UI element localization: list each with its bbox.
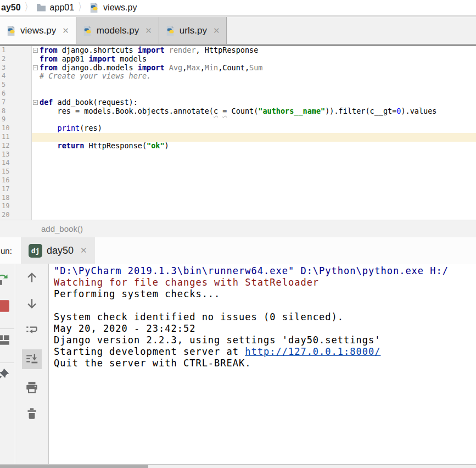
code-text[interactable]: from django.shortcuts import render, Htt… [40, 46, 476, 55]
fold-column [32, 64, 40, 73]
pin-icon[interactable] [0, 367, 10, 381]
python-file-icon [166, 26, 176, 36]
scrollbar-thumb[interactable] [0, 465, 148, 468]
tab-label: views.py [20, 25, 56, 36]
code-text[interactable] [40, 176, 476, 185]
fold-column [32, 151, 40, 159]
code-line[interactable]: 9 [0, 115, 476, 124]
code-text[interactable] [40, 185, 476, 194]
code-line[interactable]: 18 [0, 194, 476, 203]
code-text[interactable] [40, 211, 476, 220]
line-number[interactable]: 16 [0, 176, 32, 185]
code-line[interactable]: 5 [0, 81, 476, 90]
code-text[interactable] [40, 202, 476, 211]
line-number[interactable]: 12 [0, 142, 32, 151]
console-text: "D:\PyCharm 2019.1.3\bin\runnerw64.exe" … [54, 265, 449, 276]
trash-icon[interactable] [25, 406, 39, 421]
code-text[interactable] [40, 168, 476, 176]
close-icon[interactable] [80, 246, 87, 255]
breadcrumb-project[interactable]: ay50 [1, 3, 21, 13]
line-number[interactable]: 13 [0, 151, 32, 159]
line-number[interactable]: 6 [0, 90, 32, 98]
line-number[interactable]: 2 [0, 55, 32, 64]
server-url-link[interactable]: http://127.0.0.1:8000/ [245, 346, 380, 357]
soft-wrap-icon[interactable] [25, 323, 39, 337]
code-line[interactable]: 1from django.shortcuts import render, Ht… [0, 46, 476, 55]
code-text[interactable] [40, 81, 476, 90]
code-line[interactable]: 17 [0, 185, 476, 194]
code-segment: c [214, 107, 218, 115]
scroll-to-end-icon[interactable] [22, 349, 42, 369]
stop-icon[interactable] [0, 299, 10, 313]
code-line[interactable]: 14 [0, 159, 476, 168]
django-dj-icon: dj [29, 244, 42, 258]
up-arrow-icon[interactable] [25, 270, 39, 285]
line-number[interactable]: 4 [0, 72, 32, 81]
code-line[interactable]: 8 res = models.Book.objects.annotate(c =… [0, 107, 476, 116]
fold-icon[interactable] [33, 48, 38, 53]
code-text[interactable]: from django.db.models import Avg,Max,Min… [40, 64, 476, 73]
rerun-icon[interactable] [0, 272, 10, 287]
code-text[interactable]: res = models.Book.objects.annotate(c = C… [40, 107, 476, 116]
line-number[interactable]: 7 [0, 98, 32, 107]
code-line[interactable]: 7def add_book(request): [0, 98, 476, 107]
code-text[interactable] [40, 151, 476, 159]
code-text[interactable]: print(res) [40, 124, 476, 133]
line-number[interactable]: 20 [0, 211, 32, 220]
line-number[interactable]: 10 [0, 124, 32, 133]
breadcrumb-package[interactable]: app01 [50, 3, 75, 13]
function-breadcrumb[interactable]: add_book() [0, 220, 476, 237]
tab-urls-py[interactable]: urls.py [159, 17, 227, 44]
close-icon[interactable] [145, 26, 152, 36]
line-number[interactable]: 5 [0, 81, 32, 90]
line-number[interactable]: 9 [0, 115, 32, 124]
code-text[interactable]: from app01 import models [40, 55, 476, 64]
line-number[interactable]: 11 [0, 133, 32, 142]
code-line[interactable]: 19 [0, 202, 476, 211]
line-number[interactable]: 3 [0, 64, 32, 73]
code-text[interactable]: # Create your views here. [40, 72, 476, 81]
line-number[interactable]: 19 [0, 202, 32, 211]
code-line[interactable]: 12 return HttpResponse("ok") [0, 142, 476, 151]
code-text[interactable] [40, 194, 476, 203]
code-line[interactable]: 15 [0, 168, 476, 176]
code-line[interactable]: 6 [0, 90, 476, 98]
code-line[interactable]: 2from app01 import models [0, 55, 476, 64]
code-text[interactable]: return HttpResponse("ok") [40, 142, 476, 151]
code-line[interactable]: 10 print(res) [0, 124, 476, 133]
fold-icon[interactable] [33, 100, 38, 105]
code-line[interactable]: 3from django.db.models import Avg,Max,Mi… [0, 64, 476, 73]
current-function-label[interactable]: add_book() [41, 224, 83, 233]
tab-views-py[interactable]: views.py [0, 17, 76, 44]
code-segment: res = models.Book.objects.annotate( [40, 107, 214, 115]
editor[interactable]: 1from django.shortcuts import render, Ht… [0, 46, 476, 220]
line-number[interactable]: 18 [0, 194, 32, 203]
code-text[interactable]: def add_book(request): [40, 98, 476, 107]
line-number[interactable]: 1 [0, 46, 32, 55]
fold-column [32, 176, 40, 185]
run-tab-day50[interactable]: dj day50 [21, 237, 95, 264]
code-segment [40, 124, 58, 132]
close-icon[interactable] [62, 26, 69, 36]
code-text[interactable] [40, 159, 476, 168]
code-line[interactable]: 11 [0, 133, 476, 142]
code-text[interactable] [40, 115, 476, 124]
print-icon[interactable] [25, 380, 39, 394]
fold-column [32, 98, 40, 107]
line-number[interactable]: 8 [0, 107, 32, 116]
layout-icon[interactable] [0, 333, 10, 347]
line-number[interactable]: 15 [0, 168, 32, 176]
code-line[interactable]: 4# Create your views here. [0, 72, 476, 81]
code-line[interactable]: 20 [0, 211, 476, 220]
line-number[interactable]: 14 [0, 159, 32, 168]
code-line[interactable]: 16 [0, 176, 476, 185]
code-text[interactable] [40, 133, 476, 142]
fold-icon[interactable] [33, 65, 38, 70]
code-text[interactable] [40, 90, 476, 98]
code-line[interactable]: 13 [0, 151, 476, 159]
down-arrow-icon[interactable] [25, 297, 39, 311]
tab-models-py[interactable]: models.py [76, 17, 159, 44]
breadcrumb-file[interactable]: views.py [103, 3, 137, 13]
line-number[interactable]: 17 [0, 185, 32, 194]
close-icon[interactable] [213, 26, 220, 36]
